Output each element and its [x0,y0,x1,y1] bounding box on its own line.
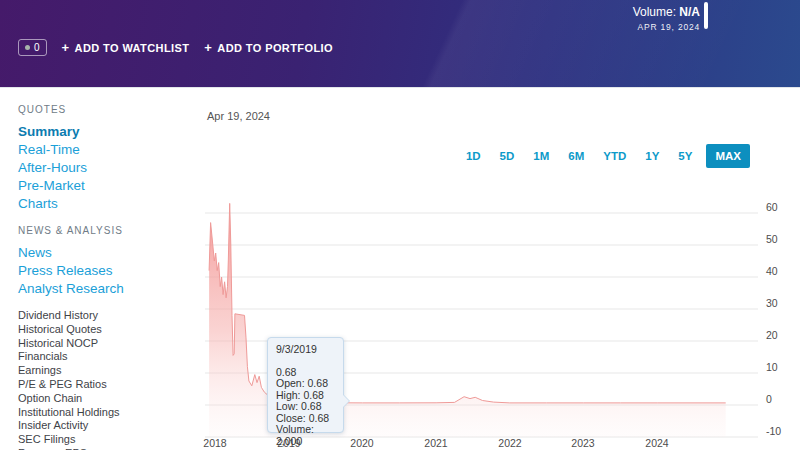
sidebar-nav: QUOTES Summary Real-Time After-Hours Pre… [18,96,193,450]
svg-text:20: 20 [766,329,778,341]
range-1d[interactable]: 1D [466,150,481,162]
watchlist-dot-icon [25,45,30,50]
add-to-portfolio-label: ADD TO PORTFOLIO [217,42,333,54]
plus-icon: + [204,40,212,55]
header-actions: 0 + ADD TO WATCHLIST + ADD TO PORTFOLIO [18,39,333,56]
svg-text:40: 40 [766,265,778,277]
header-date: APR 19, 2024 [633,22,700,32]
sidebar-section-news-analysis: NEWS & ANALYSIS [18,225,193,236]
chart-tooltip: 9/3/2019 0.68 Open: 0.68 High: 0.68 Low:… [267,337,344,433]
svg-text:2018: 2018 [203,437,227,449]
range-ytd[interactable]: YTD [603,150,626,162]
add-to-portfolio-button[interactable]: + ADD TO PORTFOLIO [204,40,333,55]
header-scrollbar [704,2,708,29]
range-1y[interactable]: 1Y [645,150,659,162]
sidebar-item-institutional-holdings[interactable]: Institutional Holdings [18,406,193,420]
page-header: Volume: N/A APR 19, 2024 0 + ADD TO WATC… [0,0,800,88]
watchlist-count-badge[interactable]: 0 [18,39,47,56]
volume-label: Volume: [633,5,676,19]
sidebar-section-quotes: QUOTES [18,104,193,115]
range-5y[interactable]: 5Y [678,150,692,162]
add-to-watchlist-button[interactable]: + ADD TO WATCHLIST [62,40,190,55]
sidebar-item-option-chain[interactable]: Option Chain [18,392,193,406]
svg-text:2024: 2024 [645,437,669,449]
range-6m[interactable]: 6M [568,150,584,162]
sidebar-item-pe-peg-ratios[interactable]: P/E & PEG Ratios [18,378,193,392]
sidebar-item-historical-nocp[interactable]: Historical NOCP [18,337,193,351]
svg-text:2021: 2021 [424,437,448,449]
plus-icon: + [62,40,70,55]
chart-x-axis: 2018 2019 2020 2021 2022 2023 2024 [203,437,669,449]
sidebar-item-press-releases[interactable]: Press Releases [18,264,193,277]
tooltip-date: 9/3/2019 [276,344,343,356]
quote-page: Volume: N/A APR 19, 2024 0 + ADD TO WATC… [0,0,800,450]
watchlist-count: 0 [34,42,40,53]
svg-text:0: 0 [766,393,772,405]
tooltip-volume: Volume: 2,000 [276,424,343,447]
volume-block: Volume: N/A APR 19, 2024 [633,5,700,32]
svg-text:-10: -10 [766,425,781,437]
volume-line: Volume: N/A [633,5,700,19]
chart-date-label: Apr 19, 2024 [207,110,270,122]
sidebar-item-pre-market[interactable]: Pre-Market [18,179,193,192]
svg-text:2023: 2023 [571,437,595,449]
svg-text:10: 10 [766,361,778,373]
svg-text:2020: 2020 [350,437,374,449]
svg-text:50: 50 [766,233,778,245]
sidebar-secondary-group: Dividend History Historical Quotes Histo… [18,309,193,450]
sidebar-item-sec-filings[interactable]: SEC Filings [18,433,193,447]
chart-y-axis: 60 50 40 30 20 10 0 -10 [766,201,781,437]
sidebar-item-dividend-history[interactable]: Dividend History [18,309,193,323]
sidebar-item-charts[interactable]: Charts [18,197,193,210]
volume-value: N/A [679,5,700,19]
sidebar-item-financials[interactable]: Financials [18,350,193,364]
sidebar-item-insider-activity[interactable]: Insider Activity [18,419,193,433]
sidebar-item-news[interactable]: News [18,246,193,259]
svg-text:30: 30 [766,297,778,309]
sidebar-item-historical-quotes[interactable]: Historical Quotes [18,323,193,337]
sidebar-item-summary[interactable]: Summary [18,125,193,138]
svg-text:60: 60 [766,201,778,213]
sidebar-item-after-hours[interactable]: After-Hours [18,161,193,174]
range-1m[interactable]: 1M [533,150,549,162]
svg-text:2022: 2022 [498,437,522,449]
range-max[interactable]: MAX [706,144,750,168]
range-5d[interactable]: 5D [500,150,515,162]
range-selector: 1D 5D 1M 6M YTD 1Y 5Y MAX [470,144,750,168]
sidebar-item-real-time[interactable]: Real-Time [18,143,193,156]
sidebar-item-earnings[interactable]: Earnings [18,364,193,378]
sidebar-item-analyst-research[interactable]: Analyst Research [18,282,193,295]
add-to-watchlist-label: ADD TO WATCHLIST [75,42,190,54]
